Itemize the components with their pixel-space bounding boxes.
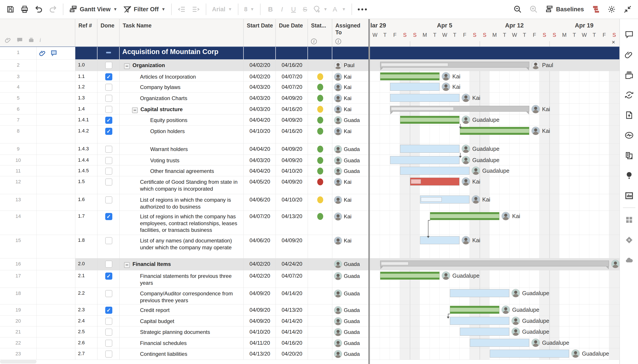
done-checkbox-cell[interactable] xyxy=(98,338,120,348)
ref-cell[interactable]: 2.0 xyxy=(75,258,98,270)
collapse-view-button[interactable] xyxy=(623,5,632,14)
assigned-to-cell[interactable]: Kai xyxy=(332,82,368,92)
done-checkbox-cell[interactable] xyxy=(98,326,120,337)
sync-check-icon[interactable] xyxy=(620,85,638,105)
start-date-cell[interactable]: 04/05/20 xyxy=(244,176,276,194)
ref-cell[interactable]: 1.4.2 xyxy=(75,126,98,143)
task-name-cell[interactable]: −Capital structure xyxy=(120,104,244,114)
checkbox-checked[interactable]: ✓ xyxy=(105,117,112,124)
ref-cell[interactable]: 2.2 xyxy=(75,288,98,304)
row-number[interactable]: 7 xyxy=(0,114,37,125)
ref-cell[interactable]: 2.6 xyxy=(75,338,98,348)
info-column-icon[interactable]: i xyxy=(40,37,41,44)
due-date-cell[interactable]: 04/16/20 xyxy=(276,104,308,114)
bold-button[interactable]: B xyxy=(266,6,275,13)
checkbox-unchecked[interactable] xyxy=(105,62,112,69)
start-date-cell[interactable]: 04/09/20 xyxy=(244,288,276,304)
due-date-cell[interactable]: 04/09/20 xyxy=(276,92,308,104)
grid-squares-icon[interactable] xyxy=(620,210,638,230)
comment-column-icon[interactable] xyxy=(17,37,23,44)
due-date-cell[interactable]: 04/14/20 xyxy=(276,316,308,326)
more-options-button[interactable] xyxy=(358,8,367,10)
ref-cell[interactable]: 1.7 xyxy=(75,211,98,235)
checkbox-unchecked[interactable] xyxy=(105,84,112,91)
status-cell[interactable] xyxy=(308,144,332,154)
done-checkbox-cell[interactable] xyxy=(98,92,120,104)
table-row[interactable]: 151.8List of any names (and documentatio… xyxy=(0,235,368,258)
row-number[interactable]: 6 xyxy=(0,104,37,114)
close-gantt-icon[interactable]: × xyxy=(610,38,617,46)
ref-cell[interactable]: 1.4.3 xyxy=(75,144,98,154)
done-checkbox-cell[interactable] xyxy=(98,288,120,304)
assigned-to-cell[interactable]: Guada xyxy=(332,326,368,337)
redo-button[interactable] xyxy=(49,5,57,14)
row-number[interactable]: 22 xyxy=(0,338,37,348)
gantt-bar-blue[interactable] xyxy=(420,236,459,244)
table-row[interactable]: 141.7✓List of regions in which the compa… xyxy=(0,211,368,235)
done-cell[interactable] xyxy=(98,47,120,59)
due-date-cell[interactable]: 04/09/20 xyxy=(276,155,308,165)
balloon-icon[interactable] xyxy=(620,166,638,186)
row-number[interactable]: 16 xyxy=(0,258,37,270)
column-header-due-date[interactable]: Due Date xyxy=(276,19,308,46)
start-date-cell[interactable]: 04/02/20 xyxy=(244,60,276,71)
table-row[interactable]: 81.4.2✓Option holders04/10/2004/16/20Kai xyxy=(0,126,368,144)
task-name-cell[interactable]: Certificate of Good Standing from state … xyxy=(120,176,244,194)
baselines-button[interactable]: Baselines xyxy=(545,5,584,14)
gantt-bar-green[interactable] xyxy=(400,116,459,124)
table-row[interactable]: 232.7Contingent liabilities04/13/2004/20… xyxy=(0,348,368,360)
status-cell[interactable] xyxy=(308,82,332,92)
status-cell[interactable] xyxy=(308,104,332,114)
table-row[interactable]: 61.4−Capital structure04/03/2004/16/20Ka… xyxy=(0,104,368,114)
checkbox-unchecked[interactable] xyxy=(105,95,112,102)
task-name-cell[interactable]: Financial schedules xyxy=(120,338,244,348)
status-cell[interactable] xyxy=(308,326,332,337)
row-number[interactable]: 10 xyxy=(0,155,37,165)
start-date-cell[interactable]: 04/06/20 xyxy=(244,194,276,210)
gantt-bar-blue[interactable] xyxy=(400,167,469,175)
row-number[interactable]: 9 xyxy=(0,144,37,154)
row-number[interactable]: 8 xyxy=(0,126,37,143)
font-size-select[interactable]: 8 ▼ xyxy=(244,6,254,13)
checkbox-unchecked[interactable] xyxy=(105,328,112,336)
fill-color-button[interactable]: ▼ xyxy=(312,5,328,14)
start-date-cell[interactable]: 04/02/20 xyxy=(244,71,276,81)
row-number[interactable]: 14 xyxy=(0,211,37,235)
assigned-to-cell[interactable]: Guada xyxy=(332,144,368,154)
task-name-cell[interactable]: List of regions in which the company has… xyxy=(120,211,244,235)
done-checkbox-cell[interactable]: ✓ xyxy=(98,126,120,143)
due-date-cell[interactable]: 04/14/20 xyxy=(276,326,308,337)
done-checkbox-cell[interactable] xyxy=(98,176,120,194)
gantt-bar-green[interactable] xyxy=(460,127,529,135)
due-date-cell[interactable]: 04/10/20 xyxy=(276,194,308,210)
task-name-cell[interactable]: List of regions in which the company is … xyxy=(120,194,244,210)
due-date-cell[interactable] xyxy=(276,47,308,59)
done-checkbox-cell[interactable] xyxy=(98,194,120,210)
ref-cell[interactable]: 1.5 xyxy=(75,176,98,194)
assigned-to-cell[interactable]: Paul xyxy=(332,60,368,71)
start-date-cell[interactable]: 04/04/20 xyxy=(244,166,276,176)
collapse-toggle[interactable]: − xyxy=(132,108,138,113)
status-cell[interactable] xyxy=(308,92,332,104)
status-cell[interactable] xyxy=(308,126,332,143)
horizontal-scrollbar[interactable] xyxy=(0,360,37,364)
ref-cell[interactable]: 2.7 xyxy=(75,348,98,360)
gantt-bar-blue[interactable] xyxy=(450,289,509,297)
row-number[interactable]: 15 xyxy=(0,235,37,258)
done-checkbox-cell[interactable]: ✓ xyxy=(98,211,120,235)
outdent-button[interactable] xyxy=(177,5,186,14)
assigned-to-cell[interactable]: Kai xyxy=(332,176,368,194)
gantt-bar-green[interactable] xyxy=(430,212,499,220)
row-number[interactable]: 19 xyxy=(0,304,37,315)
due-date-cell[interactable]: 04/09/20 xyxy=(276,144,308,154)
due-date-cell[interactable]: 04/07/20 xyxy=(276,82,308,92)
done-checkbox-cell[interactable] xyxy=(98,155,120,165)
status-cell[interactable] xyxy=(308,71,332,81)
file-upload-icon[interactable] xyxy=(620,105,638,125)
due-date-cell[interactable]: 04/13/20 xyxy=(276,211,308,235)
due-date-cell[interactable]: 04/09/20 xyxy=(276,176,308,194)
due-date-cell[interactable]: 04/16/20 xyxy=(276,338,308,348)
cloud-icon[interactable] xyxy=(620,250,638,270)
table-row[interactable]: 71.4.1✓Equity positions04/04/2004/09/20G… xyxy=(0,114,368,126)
done-checkbox-cell[interactable] xyxy=(98,104,120,114)
